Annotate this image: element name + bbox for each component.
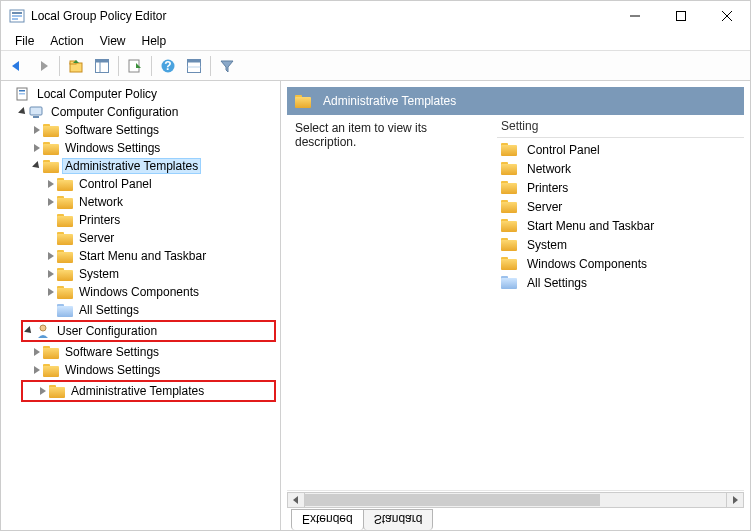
tree-cc-admin-system[interactable]: System	[3, 265, 278, 283]
folder-icon	[501, 142, 517, 158]
column-header-setting[interactable]: Setting	[497, 115, 744, 138]
close-button[interactable]	[704, 1, 750, 31]
policy-icon	[15, 86, 31, 102]
filter-button[interactable]	[215, 54, 239, 78]
tree-cc-software-settings[interactable]: Software Settings	[3, 121, 278, 139]
properties-button[interactable]	[182, 54, 206, 78]
tree-cc-admin-control-panel[interactable]: Control Panel	[3, 175, 278, 193]
menu-view[interactable]: View	[92, 32, 134, 50]
expand-icon[interactable]	[31, 366, 43, 374]
tree-label: System	[77, 267, 121, 281]
toolbar: ?	[1, 51, 750, 81]
svg-point-24	[40, 325, 46, 331]
tab-label: Extended	[302, 512, 353, 526]
tree-cc-administrative-templates[interactable]: Administrative Templates	[3, 157, 278, 175]
help-button[interactable]: ?	[156, 54, 180, 78]
list-item-all-settings[interactable]: All Settings	[497, 273, 744, 292]
computer-icon	[29, 104, 45, 120]
tree-cc-admin-all-settings[interactable]: All Settings	[3, 301, 278, 319]
menu-action[interactable]: Action	[42, 32, 91, 50]
settings-folder-icon	[57, 302, 73, 318]
export-list-button[interactable]	[123, 54, 147, 78]
list-item-control-panel[interactable]: Control Panel	[497, 140, 744, 159]
forward-button[interactable]	[31, 54, 55, 78]
maximize-button[interactable]	[658, 1, 704, 31]
scroll-thumb[interactable]	[305, 494, 600, 506]
folder-icon	[43, 122, 59, 138]
folder-icon	[501, 218, 517, 234]
tree-cc-admin-server[interactable]: Server	[3, 229, 278, 247]
svg-rect-5	[677, 12, 686, 21]
user-icon	[35, 323, 51, 339]
folder-icon	[57, 266, 73, 282]
back-button[interactable]	[5, 54, 29, 78]
list-label: Server	[527, 200, 562, 214]
menubar: File Action View Help	[1, 31, 750, 51]
toolbar-separator	[118, 56, 119, 76]
folder-icon	[501, 237, 517, 253]
expand-icon[interactable]	[45, 252, 57, 260]
svg-rect-11	[96, 59, 109, 62]
menu-file[interactable]: File	[7, 32, 42, 50]
svg-rect-21	[19, 93, 25, 95]
tree-uc-administrative-templates[interactable]: Administrative Templates	[23, 382, 274, 400]
menu-help[interactable]: Help	[134, 32, 175, 50]
scroll-right-button[interactable]	[726, 492, 744, 508]
expand-icon[interactable]	[45, 270, 57, 278]
collapse-icon[interactable]	[17, 108, 29, 116]
svg-rect-22	[30, 107, 42, 115]
tree-pane[interactable]: Local Computer Policy Computer Configura…	[1, 81, 281, 530]
collapse-icon[interactable]	[23, 327, 35, 335]
expand-icon[interactable]	[45, 198, 57, 206]
list-label: Start Menu and Taskbar	[527, 219, 654, 233]
tree-user-configuration[interactable]: User Configuration	[23, 322, 274, 340]
list-item-server[interactable]: Server	[497, 197, 744, 216]
expand-icon[interactable]	[31, 144, 43, 152]
list-label: System	[527, 238, 567, 252]
list-label: Control Panel	[527, 143, 600, 157]
folder-icon	[57, 212, 73, 228]
description-text: Select an item to view its description.	[295, 121, 427, 149]
list-item-printers[interactable]: Printers	[497, 178, 744, 197]
toolbar-separator	[210, 56, 211, 76]
svg-rect-17	[188, 59, 201, 62]
show-hide-tree-button[interactable]	[90, 54, 114, 78]
folder-icon	[501, 180, 517, 196]
tree-uc-software-settings[interactable]: Software Settings	[3, 343, 278, 361]
expand-icon[interactable]	[45, 180, 57, 188]
list-item-network[interactable]: Network	[497, 159, 744, 178]
expand-icon[interactable]	[31, 348, 43, 356]
tree-cc-admin-start-menu-taskbar[interactable]: Start Menu and Taskbar	[3, 247, 278, 265]
toolbar-separator	[59, 56, 60, 76]
horizontal-scrollbar[interactable]	[287, 490, 744, 508]
tree-cc-windows-settings[interactable]: Windows Settings	[3, 139, 278, 157]
list-label: Network	[527, 162, 571, 176]
tree-computer-configuration[interactable]: Computer Configuration	[3, 103, 278, 121]
tree-cc-admin-windows-components[interactable]: Windows Components	[3, 283, 278, 301]
tree-label: Start Menu and Taskbar	[77, 249, 208, 263]
expand-icon[interactable]	[31, 126, 43, 134]
scroll-left-button[interactable]	[287, 492, 305, 508]
collapse-icon[interactable]	[31, 162, 43, 170]
list-item-windows-components[interactable]: Windows Components	[497, 254, 744, 273]
expand-icon[interactable]	[37, 387, 49, 395]
tab-extended[interactable]: Extended	[291, 509, 364, 530]
list-item-system[interactable]: System	[497, 235, 744, 254]
scroll-track[interactable]	[305, 492, 726, 508]
tab-standard[interactable]: Standard	[363, 509, 434, 530]
tree-cc-admin-printers[interactable]: Printers	[3, 211, 278, 229]
tree-label: Software Settings	[63, 345, 161, 359]
content-pane: Administrative Templates Select an item …	[281, 81, 750, 530]
tree-label: Administrative Templates	[63, 159, 200, 173]
tree-uc-windows-settings[interactable]: Windows Settings	[3, 361, 278, 379]
folder-icon	[57, 176, 73, 192]
minimize-button[interactable]	[612, 1, 658, 31]
settings-list[interactable]: Setting Control Panel Network Printers S…	[497, 115, 744, 490]
expand-icon[interactable]	[45, 288, 57, 296]
up-button[interactable]	[64, 54, 88, 78]
folder-icon	[49, 383, 65, 399]
list-item-start-menu-taskbar[interactable]: Start Menu and Taskbar	[497, 216, 744, 235]
tree-cc-admin-network[interactable]: Network	[3, 193, 278, 211]
tree-root[interactable]: Local Computer Policy	[3, 85, 278, 103]
list-label: All Settings	[527, 276, 587, 290]
